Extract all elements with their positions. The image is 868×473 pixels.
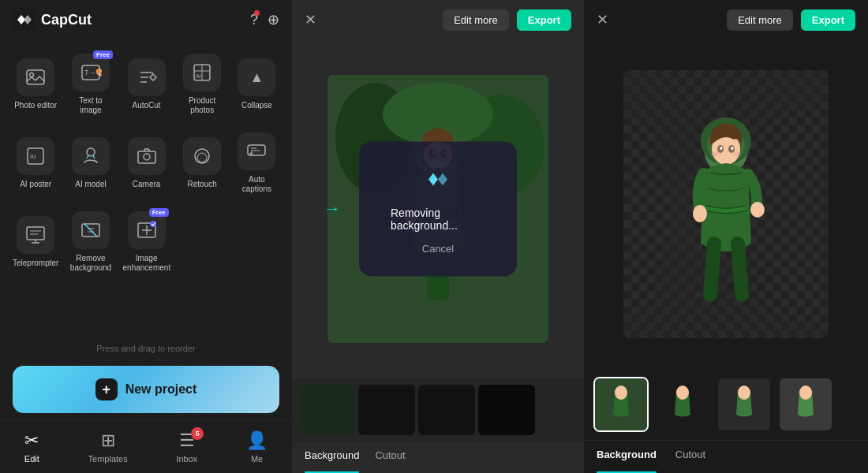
center-tab-background[interactable]: Background xyxy=(305,449,359,473)
tool-auto-captions[interactable]: Auto captions xyxy=(231,125,282,200)
templates-nav-label: Templates xyxy=(88,454,128,464)
tool-image-enhancement[interactable]: Free Image enhancement xyxy=(120,203,174,279)
product-photos-label: Product photos xyxy=(180,96,225,115)
auto-captions-icon-box xyxy=(238,132,275,170)
drag-hint: Press and drag to reorder xyxy=(0,337,292,359)
collapse-icon-box: ▲ xyxy=(238,58,275,96)
teleprompter-icon-box xyxy=(17,216,54,254)
me-icon: 👤 xyxy=(246,430,268,451)
svg-point-45 xyxy=(615,385,627,400)
new-project-label: New project xyxy=(125,382,197,397)
nav-edit[interactable]: ✂ Edit xyxy=(24,430,39,464)
help-icon[interactable]: ? xyxy=(250,12,258,28)
image-enhancement-label: Image enhancement xyxy=(123,254,170,273)
far-right-close-button[interactable]: ✕ xyxy=(597,11,608,28)
teleprompter-label: Teleprompter xyxy=(13,259,58,268)
checkered-background xyxy=(623,70,829,338)
center-edit-more-button[interactable]: Edit more xyxy=(443,9,509,31)
ai-poster-label: AI poster xyxy=(20,180,51,189)
thumb-4[interactable] xyxy=(478,385,535,435)
settings-icon[interactable]: ⊕ xyxy=(268,11,279,28)
thumb-1[interactable] xyxy=(298,385,355,435)
autocut-label: AutoCut xyxy=(132,101,160,110)
tool-photo-editor[interactable]: Photo editor xyxy=(9,46,62,121)
center-image-area: Removing background... Cancel → xyxy=(292,39,584,378)
svg-point-48 xyxy=(799,385,812,400)
right-thumbnail-strip xyxy=(584,369,868,440)
retouch-label: Retouch xyxy=(188,180,217,189)
remove-background-icon-box xyxy=(72,211,110,249)
remove-background-label: Remove background xyxy=(68,254,113,273)
svg-point-42 xyxy=(732,151,740,156)
svg-point-41 xyxy=(712,151,720,156)
center-top-bar: ✕ Edit more Export xyxy=(292,0,584,39)
bottom-nav: ✂ Edit ⊞ Templates ☰ 5 Inbox 👤 Me xyxy=(0,419,292,473)
retouch-icon-box xyxy=(183,137,221,175)
svg-point-40 xyxy=(731,147,734,150)
tool-ai-model[interactable]: AI model xyxy=(65,125,116,200)
center-export-button[interactable]: Export xyxy=(517,9,571,31)
product-photos-icon-box: AI xyxy=(183,54,221,91)
loading-overlay: Removing background... Cancel xyxy=(359,142,517,277)
right-thumb-1-img xyxy=(595,378,647,430)
capcut-loading-logo xyxy=(422,164,454,196)
right-tab-cutout[interactable]: Cutout xyxy=(675,449,705,473)
nav-inbox[interactable]: ☰ 5 Inbox xyxy=(176,430,197,464)
camera-icon-box xyxy=(128,137,166,175)
nav-me[interactable]: 👤 Me xyxy=(246,430,268,464)
nav-templates[interactable]: ⊞ Templates xyxy=(88,430,128,464)
right-thumb-3[interactable] xyxy=(716,377,772,432)
tools-grid: Photo editor Free T→🎨 Text to image Auto… xyxy=(0,39,292,337)
tool-camera[interactable]: Camera xyxy=(120,125,174,200)
right-thumb-4[interactable] xyxy=(778,377,833,432)
center-tab-cutout[interactable]: Cutout xyxy=(375,449,405,473)
tool-ai-poster[interactable]: AI AI poster xyxy=(9,125,62,200)
tool-teleprompter[interactable]: Teleprompter xyxy=(9,203,62,279)
far-right-top-bar: ✕ Edit more Export xyxy=(584,0,868,39)
templates-icon: ⊞ xyxy=(101,430,115,451)
tool-autocut[interactable]: AutoCut xyxy=(120,46,174,121)
text-to-image-icon-box: Free T→🎨 xyxy=(72,54,110,91)
image-enhancement-icon-box: Free xyxy=(128,211,166,249)
svg-point-9 xyxy=(87,148,95,156)
edit-icon: ✂ xyxy=(24,430,39,451)
tool-remove-background[interactable]: Remove background xyxy=(65,203,116,279)
far-edit-more-button[interactable]: Edit more xyxy=(727,9,793,31)
svg-point-44 xyxy=(750,202,765,218)
svg-rect-14 xyxy=(27,227,44,240)
svg-point-39 xyxy=(720,147,723,150)
right-container: ✕ Edit more Export xyxy=(292,0,868,473)
center-close-button[interactable]: ✕ xyxy=(305,11,316,28)
photo-editor-label: Photo editor xyxy=(14,101,57,110)
thumb-3[interactable] xyxy=(418,385,475,435)
far-export-button[interactable]: Export xyxy=(801,9,855,31)
inbox-badge: 5 xyxy=(191,427,204,440)
right-thumb-1[interactable] xyxy=(593,377,649,432)
svg-point-11 xyxy=(144,154,150,160)
auto-captions-label: Auto captions xyxy=(234,175,279,194)
left-header: CapCut ? ⊕ xyxy=(0,0,292,39)
me-nav-label: Me xyxy=(251,454,263,464)
ai-model-icon-box xyxy=(72,137,110,175)
loading-text: Removing background... xyxy=(391,207,485,232)
camera-label: Camera xyxy=(133,180,161,189)
right-tab-background[interactable]: Background xyxy=(597,449,657,473)
inbox-nav-label: Inbox xyxy=(176,454,197,464)
collapse-label: Collapse xyxy=(241,101,272,110)
center-tabs: Background Cutout xyxy=(292,441,584,473)
left-panel: CapCut ? ⊕ Photo editor Free T→🎨 Text to… xyxy=(0,0,292,473)
right-thumb-2[interactable] xyxy=(655,377,710,432)
svg-point-43 xyxy=(693,205,707,222)
right-thumb-2-img xyxy=(657,378,709,430)
new-project-button[interactable]: + New project xyxy=(13,366,279,413)
tool-text-to-image[interactable]: Free T→🎨 Text to image xyxy=(65,46,116,121)
tool-product-photos[interactable]: AI Product photos xyxy=(177,46,228,121)
thumb-2[interactable] xyxy=(358,385,415,435)
tool-retouch[interactable]: Retouch xyxy=(177,125,228,200)
svg-point-12 xyxy=(195,149,209,163)
tool-collapse[interactable]: ▲ Collapse xyxy=(231,46,282,121)
free-badge: Free xyxy=(93,50,113,59)
header-icons: ? ⊕ xyxy=(250,11,279,28)
cancel-button[interactable]: Cancel xyxy=(422,243,454,255)
right-thumb-3-img xyxy=(718,378,770,430)
